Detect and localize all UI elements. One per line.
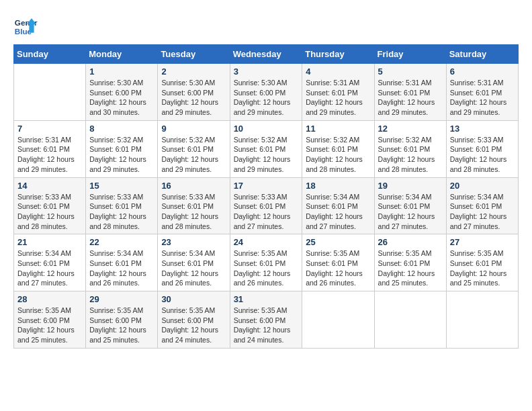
- day-info: Sunrise: 5:35 AMSunset: 6:01 PMDaylight:…: [306, 248, 370, 288]
- calendar-cell: [374, 291, 446, 349]
- day-info: Sunrise: 5:30 AMSunset: 6:00 PMDaylight:…: [89, 78, 154, 118]
- calendar-cell: 5Sunrise: 5:31 AMSunset: 6:01 PMDaylight…: [374, 64, 446, 121]
- day-info: Sunrise: 5:35 AMSunset: 6:01 PMDaylight:…: [378, 248, 443, 288]
- day-number: 17: [234, 181, 299, 191]
- calendar-cell: 4Sunrise: 5:31 AMSunset: 6:01 PMDaylight…: [302, 64, 374, 121]
- calendar-week-row: 28Sunrise: 5:35 AMSunset: 6:00 PMDayligh…: [14, 291, 519, 349]
- calendar-body: 1Sunrise: 5:30 AMSunset: 6:00 PMDaylight…: [14, 64, 519, 349]
- calendar-cell: 9Sunrise: 5:32 AMSunset: 6:01 PMDaylight…: [158, 120, 230, 177]
- calendar-cell: 23Sunrise: 5:34 AMSunset: 6:01 PMDayligh…: [158, 234, 230, 291]
- day-number: 12: [378, 124, 443, 134]
- day-number: 9: [161, 124, 226, 134]
- day-info: Sunrise: 5:31 AMSunset: 6:01 PMDaylight:…: [450, 78, 515, 118]
- calendar-cell: 13Sunrise: 5:33 AMSunset: 6:01 PMDayligh…: [446, 120, 518, 177]
- day-info: Sunrise: 5:31 AMSunset: 6:01 PMDaylight:…: [378, 78, 443, 118]
- day-info: Sunrise: 5:34 AMSunset: 6:01 PMDaylight:…: [306, 192, 370, 232]
- day-number: 29: [89, 294, 154, 304]
- calendar-cell: 17Sunrise: 5:33 AMSunset: 6:01 PMDayligh…: [230, 177, 302, 234]
- calendar-cell: 27Sunrise: 5:35 AMSunset: 6:01 PMDayligh…: [446, 234, 518, 291]
- calendar-cell: 20Sunrise: 5:34 AMSunset: 6:01 PMDayligh…: [446, 177, 518, 234]
- day-info: Sunrise: 5:34 AMSunset: 6:01 PMDaylight:…: [17, 248, 82, 288]
- day-info: Sunrise: 5:31 AMSunset: 6:01 PMDaylight:…: [306, 78, 370, 118]
- day-info: Sunrise: 5:34 AMSunset: 6:01 PMDaylight:…: [89, 248, 154, 288]
- day-info: Sunrise: 5:34 AMSunset: 6:01 PMDaylight:…: [161, 248, 226, 288]
- day-info: Sunrise: 5:34 AMSunset: 6:01 PMDaylight:…: [378, 192, 443, 232]
- calendar-week-row: 7Sunrise: 5:31 AMSunset: 6:01 PMDaylight…: [14, 120, 519, 177]
- calendar-cell: 3Sunrise: 5:30 AMSunset: 6:00 PMDaylight…: [230, 64, 302, 121]
- day-info: Sunrise: 5:34 AMSunset: 6:01 PMDaylight:…: [450, 192, 515, 232]
- calendar-cell: 16Sunrise: 5:33 AMSunset: 6:01 PMDayligh…: [158, 177, 230, 234]
- day-number: 26: [378, 237, 443, 247]
- day-number: 3: [234, 66, 299, 77]
- calendar-cell: 19Sunrise: 5:34 AMSunset: 6:01 PMDayligh…: [374, 177, 446, 234]
- calendar-cell: 8Sunrise: 5:32 AMSunset: 6:01 PMDaylight…: [86, 120, 158, 177]
- calendar-cell: 22Sunrise: 5:34 AMSunset: 6:01 PMDayligh…: [86, 234, 158, 291]
- day-number: 24: [234, 237, 299, 247]
- calendar-week-row: 14Sunrise: 5:33 AMSunset: 6:01 PMDayligh…: [14, 177, 519, 234]
- day-info: Sunrise: 5:33 AMSunset: 6:01 PMDaylight:…: [89, 192, 154, 232]
- calendar-cell: 24Sunrise: 5:35 AMSunset: 6:01 PMDayligh…: [230, 234, 302, 291]
- day-number: 2: [161, 66, 226, 77]
- calendar-cell: 31Sunrise: 5:35 AMSunset: 6:00 PMDayligh…: [230, 291, 302, 349]
- page-header: General Blue: [13, 13, 519, 38]
- weekday-header: Wednesday: [230, 45, 302, 64]
- day-info: Sunrise: 5:35 AMSunset: 6:00 PMDaylight:…: [161, 306, 226, 345]
- calendar-cell: 1Sunrise: 5:30 AMSunset: 6:00 PMDaylight…: [86, 64, 158, 121]
- day-number: 14: [17, 181, 82, 191]
- calendar-week-row: 1Sunrise: 5:30 AMSunset: 6:00 PMDaylight…: [14, 64, 519, 121]
- calendar-table: SundayMondayTuesdayWednesdayThursdayFrid…: [13, 44, 519, 349]
- day-number: 1: [89, 66, 154, 77]
- calendar-cell: 12Sunrise: 5:32 AMSunset: 6:01 PMDayligh…: [374, 120, 446, 177]
- day-info: Sunrise: 5:32 AMSunset: 6:01 PMDaylight:…: [378, 135, 443, 175]
- calendar-cell: 26Sunrise: 5:35 AMSunset: 6:01 PMDayligh…: [374, 234, 446, 291]
- day-number: 16: [161, 181, 226, 191]
- day-number: 15: [89, 181, 154, 191]
- day-info: Sunrise: 5:32 AMSunset: 6:01 PMDaylight:…: [234, 135, 299, 175]
- day-number: 13: [450, 124, 515, 134]
- day-number: 8: [89, 124, 154, 134]
- day-number: 19: [378, 181, 443, 191]
- calendar-cell: [14, 64, 86, 121]
- calendar-week-row: 21Sunrise: 5:34 AMSunset: 6:01 PMDayligh…: [14, 234, 519, 291]
- weekday-header: Sunday: [14, 45, 86, 64]
- calendar-cell: 21Sunrise: 5:34 AMSunset: 6:01 PMDayligh…: [14, 234, 86, 291]
- calendar-cell: 14Sunrise: 5:33 AMSunset: 6:01 PMDayligh…: [14, 177, 86, 234]
- weekday-header: Thursday: [302, 45, 374, 64]
- weekday-header: Tuesday: [158, 45, 230, 64]
- logo: General Blue: [13, 13, 40, 38]
- day-info: Sunrise: 5:35 AMSunset: 6:00 PMDaylight:…: [234, 306, 299, 345]
- weekday-header: Saturday: [446, 45, 518, 64]
- day-number: 25: [306, 237, 370, 247]
- calendar-cell: 30Sunrise: 5:35 AMSunset: 6:00 PMDayligh…: [158, 291, 230, 349]
- day-number: 6: [450, 66, 515, 77]
- weekday-header: Friday: [374, 45, 446, 64]
- day-info: Sunrise: 5:32 AMSunset: 6:01 PMDaylight:…: [89, 135, 154, 175]
- day-number: 27: [450, 237, 515, 247]
- day-info: Sunrise: 5:33 AMSunset: 6:01 PMDaylight:…: [161, 192, 226, 232]
- day-info: Sunrise: 5:35 AMSunset: 6:00 PMDaylight:…: [89, 306, 154, 345]
- day-number: 22: [89, 237, 154, 247]
- calendar-cell: 18Sunrise: 5:34 AMSunset: 6:01 PMDayligh…: [302, 177, 374, 234]
- day-number: 11: [306, 124, 370, 134]
- day-number: 31: [234, 294, 299, 304]
- calendar-cell: 11Sunrise: 5:32 AMSunset: 6:01 PMDayligh…: [302, 120, 374, 177]
- day-info: Sunrise: 5:33 AMSunset: 6:01 PMDaylight:…: [450, 135, 515, 175]
- calendar-cell: 7Sunrise: 5:31 AMSunset: 6:01 PMDaylight…: [14, 120, 86, 177]
- day-number: 18: [306, 181, 370, 191]
- day-number: 5: [378, 66, 443, 77]
- day-number: 7: [17, 124, 82, 134]
- day-info: Sunrise: 5:30 AMSunset: 6:00 PMDaylight:…: [234, 78, 299, 118]
- day-info: Sunrise: 5:33 AMSunset: 6:01 PMDaylight:…: [234, 192, 299, 232]
- calendar-cell: 29Sunrise: 5:35 AMSunset: 6:00 PMDayligh…: [86, 291, 158, 349]
- calendar-cell: 25Sunrise: 5:35 AMSunset: 6:01 PMDayligh…: [302, 234, 374, 291]
- weekday-header: Monday: [86, 45, 158, 64]
- day-info: Sunrise: 5:32 AMSunset: 6:01 PMDaylight:…: [306, 135, 370, 175]
- calendar-cell: [446, 291, 518, 349]
- day-info: Sunrise: 5:35 AMSunset: 6:01 PMDaylight:…: [234, 248, 299, 288]
- calendar-cell: 6Sunrise: 5:31 AMSunset: 6:01 PMDaylight…: [446, 64, 518, 121]
- day-number: 4: [306, 66, 370, 77]
- day-number: 30: [161, 294, 226, 304]
- day-number: 23: [161, 237, 226, 247]
- day-number: 21: [17, 237, 82, 247]
- calendar-cell: [302, 291, 374, 349]
